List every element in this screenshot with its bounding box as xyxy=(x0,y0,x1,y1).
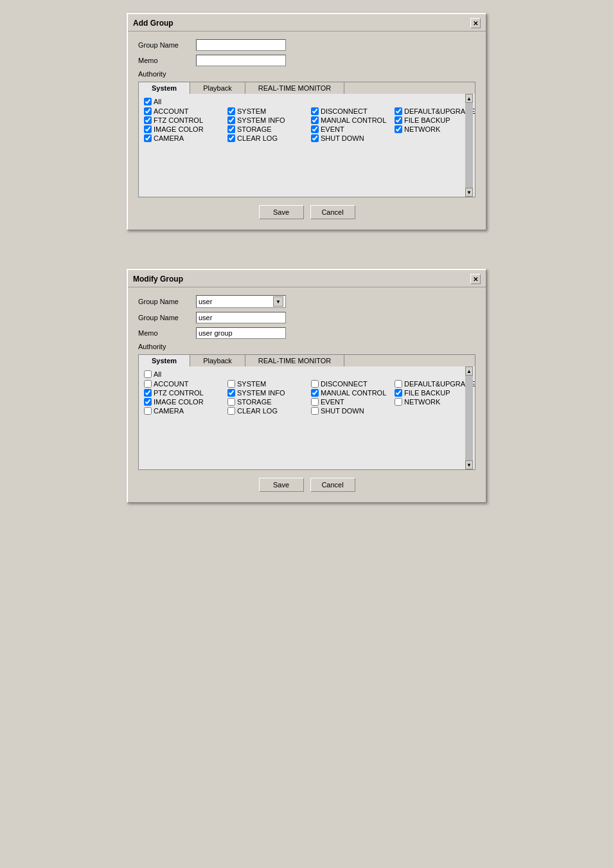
modify-group-label-manualctrl: MANUAL CONTROL xyxy=(321,389,386,397)
modify-group-tab-realtime[interactable]: REAL-TIME MONITOR xyxy=(245,355,344,366)
add-group-cancel-button[interactable]: Cancel xyxy=(310,205,355,219)
add-group-scroll-track xyxy=(465,103,473,188)
add-group-check-imagecolor[interactable] xyxy=(144,125,152,133)
add-group-check-filebackup[interactable] xyxy=(395,116,402,124)
add-group-tab-realtime[interactable]: REAL-TIME MONITOR xyxy=(245,82,344,94)
modify-group-scroll-down[interactable]: ▼ xyxy=(465,460,473,469)
add-group-label-shutdown: SHUT DOWN xyxy=(321,134,364,142)
modify-group-name-dropdown[interactable]: user ▼ xyxy=(196,295,286,308)
modify-group-check-account[interactable] xyxy=(144,380,152,388)
add-group-check-default[interactable] xyxy=(395,107,402,115)
modify-group-item-imagecolor: IMAGE COLOR xyxy=(144,398,227,406)
add-group-check-manualctrl[interactable] xyxy=(311,116,319,124)
add-group-label-imagecolor: IMAGE COLOR xyxy=(154,125,204,133)
add-group-scroll-down[interactable]: ▼ xyxy=(465,188,473,197)
add-group-check-all-input[interactable] xyxy=(144,98,152,105)
modify-group-check-system[interactable] xyxy=(227,380,235,388)
modify-group-label-imagecolor: IMAGE COLOR xyxy=(154,398,204,406)
modify-group-authority-row: Authority xyxy=(138,343,475,350)
modify-group-check-sysinfo[interactable] xyxy=(227,389,235,397)
add-group-label-disconnect: DISCONNECT xyxy=(321,107,368,115)
add-group-check-event[interactable] xyxy=(311,125,319,133)
modify-group-item-manualctrl: MANUAL CONTROL xyxy=(311,389,395,397)
modify-group-check-all-label: All xyxy=(154,370,161,378)
modify-group-buttons: Save Cancel xyxy=(138,478,475,492)
modify-group-check-ptz[interactable] xyxy=(144,389,152,397)
add-group-item-sysinfo: SYSTEM INFO xyxy=(227,116,311,124)
add-group-memo-input[interactable] xyxy=(196,55,286,66)
modify-group-check-all-input[interactable] xyxy=(144,370,152,378)
modify-group-check-filebackup[interactable] xyxy=(395,389,402,397)
add-group-check-clearlog[interactable] xyxy=(227,134,235,142)
modify-group-check-storage[interactable] xyxy=(227,398,235,406)
add-group-label-event: EVENT xyxy=(321,125,344,133)
modify-group-memo-label: Memo xyxy=(138,329,196,337)
add-group-buttons: Save Cancel xyxy=(138,205,475,219)
add-group-body: Group Name Memo Authority System Playbac… xyxy=(128,32,486,230)
add-group-item-shutdown: SHUT DOWN xyxy=(311,134,395,142)
modify-group-name-row: Group Name xyxy=(138,312,475,323)
modify-group-label-sysinfo: SYSTEM INFO xyxy=(237,389,285,397)
add-group-item-camera: CAMERA xyxy=(144,134,227,142)
modify-group-cancel-button[interactable]: Cancel xyxy=(310,478,355,492)
add-group-close-button[interactable]: ✕ xyxy=(470,18,481,28)
add-group-check-sysinfo[interactable] xyxy=(227,116,235,124)
add-group-name-input[interactable] xyxy=(196,39,286,51)
modify-group-check-disconnect[interactable] xyxy=(311,380,319,388)
add-group-check-disconnect[interactable] xyxy=(311,107,319,115)
add-group-label-system: SYSTEM xyxy=(237,107,266,115)
add-group-check-shutdown[interactable] xyxy=(311,134,319,142)
modify-group-label-disconnect: DISCONNECT xyxy=(321,380,368,388)
add-group-check-system[interactable] xyxy=(227,107,235,115)
add-group-authority-label: Authority xyxy=(138,70,196,78)
modify-group-check-network[interactable] xyxy=(395,398,402,406)
add-group-save-button[interactable]: Save xyxy=(259,205,304,219)
add-group-check-storage[interactable] xyxy=(227,125,235,133)
modify-group-memo-input[interactable] xyxy=(196,327,286,339)
modify-group-item-shutdown: SHUT DOWN xyxy=(311,407,395,415)
add-group-label-sysinfo: SYSTEM INFO xyxy=(237,116,285,124)
modify-group-check-camera[interactable] xyxy=(144,407,152,415)
modify-group-authority-label: Authority xyxy=(138,343,196,350)
add-group-check-all-label: All xyxy=(154,98,161,105)
add-group-label-storage: STORAGE xyxy=(237,125,272,133)
modify-group-check-clearlog[interactable] xyxy=(227,407,235,415)
add-group-tabs-content: ▲ ▼ All ACCOUNT xyxy=(139,94,475,197)
modify-group-close-button[interactable]: ✕ xyxy=(470,274,481,284)
add-group-label-ftz: FTZ CONTROL xyxy=(154,116,203,124)
add-group-checkbox-grid: ACCOUNT FTZ CONTROL IMAGE COLOR CAM xyxy=(144,107,470,142)
modify-group-label-storage: STORAGE xyxy=(237,398,272,406)
add-group-tab-system[interactable]: System xyxy=(139,82,190,95)
modify-group-label-event: EVENT xyxy=(321,398,344,406)
modify-group-check-event[interactable] xyxy=(311,398,319,406)
modify-group-check-manualctrl[interactable] xyxy=(311,389,319,397)
modify-group-check-shutdown[interactable] xyxy=(311,407,319,415)
modify-group-check-imagecolor[interactable] xyxy=(144,398,152,406)
modify-group-title: Modify Group xyxy=(133,275,183,284)
modify-group-label-shutdown: SHUT DOWN xyxy=(321,407,364,415)
add-group-check-network[interactable] xyxy=(395,125,402,133)
modify-group-save-button[interactable]: Save xyxy=(259,478,304,492)
modify-group-col2: SYSTEM SYSTEM INFO STORAGE CLEAR LO xyxy=(227,380,311,415)
modify-group-scroll-up[interactable]: ▲ xyxy=(465,366,473,375)
modify-group-tabs-content: ▲ ▼ All ACCOUNT xyxy=(139,366,475,469)
modify-group-label-network: NETWORK xyxy=(404,398,440,406)
add-group-scroll-up[interactable]: ▲ xyxy=(465,94,473,103)
add-group-check-all: All xyxy=(144,98,470,105)
modify-group-item-sysinfo: SYSTEM INFO xyxy=(227,389,311,397)
add-group-name-label: Group Name xyxy=(138,41,196,49)
modify-group-item-ptz: PTZ CONTROL xyxy=(144,389,227,397)
modify-group-tab-system[interactable]: System xyxy=(139,355,190,367)
add-group-tab-playback[interactable]: Playback xyxy=(190,82,245,94)
modify-group-tabs-header: System Playback REAL-TIME MONITOR xyxy=(139,355,475,366)
add-group-titlebar: Add Group ✕ xyxy=(128,14,486,32)
add-group-check-account[interactable] xyxy=(144,107,152,115)
modify-group-check-default[interactable] xyxy=(395,380,402,388)
modify-group-label-ptz: PTZ CONTROL xyxy=(154,389,204,397)
add-group-check-ftz[interactable] xyxy=(144,116,152,124)
modify-group-name-input[interactable] xyxy=(196,312,286,323)
modify-group-tab-playback[interactable]: Playback xyxy=(190,355,245,366)
add-group-check-camera[interactable] xyxy=(144,134,152,142)
modify-group-item-account: ACCOUNT xyxy=(144,380,227,388)
modify-group-label-filebackup: FILE BACKUP xyxy=(404,389,450,397)
